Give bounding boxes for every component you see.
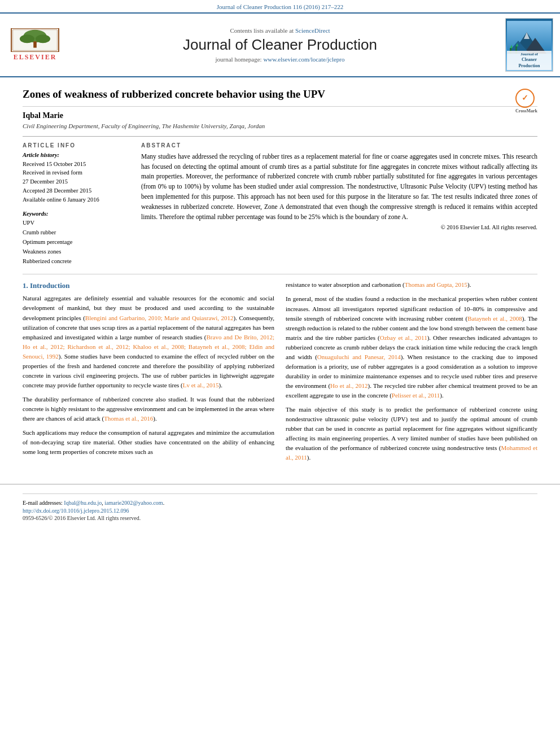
elsevier-tree-icon <box>10 28 60 52</box>
history-label: Article history: <box>23 152 130 158</box>
footnote-area: E-mail addresses: Iqbal@hu.edu.jo, iamar… <box>0 484 560 521</box>
article-content: ✓ CrossMark Zones of weakness of rubberi… <box>0 77 560 478</box>
footnote-divider <box>23 493 537 494</box>
cleaner-production-badge-container: Journal of Cleaner Production <box>491 18 553 72</box>
journal-main-title: Journal of Cleaner Production <box>75 36 485 54</box>
article-title-section: ✓ CrossMark Zones of weakness of rubberi… <box>23 88 537 129</box>
doi-line[interactable]: http://dx.doi.org/10.1016/j.jclepro.2015… <box>23 508 537 514</box>
article-author: Iqbal Marie <box>23 111 537 120</box>
keyword-optimum: Optimum percentage <box>23 238 130 247</box>
history-available: Available online 6 January 2016 <box>23 195 130 204</box>
body-right-column: resistance to water absorption and carbo… <box>286 280 537 467</box>
email-footnote: E-mail addresses: Iqbal@hu.edu.jo, iamar… <box>23 500 537 506</box>
ref-bravo: Bravo and De Brito, 2012; Ho et al., 201… <box>23 334 274 360</box>
svg-rect-4 <box>33 41 37 47</box>
ref-pelisser: Pelisser et al., 2011 <box>392 392 440 399</box>
citation-text: Journal of Cleaner Production 116 (2016)… <box>217 3 343 10</box>
badge-text: Journal of Cleaner Production <box>507 51 552 70</box>
elsevier-image: ELSEVIER <box>7 28 63 62</box>
article-title: ✓ CrossMark Zones of weakness of rubberi… <box>23 88 537 107</box>
body-left-column: 1. Introduction Natural aggregates are d… <box>23 280 274 467</box>
journal-title-area: Contents lists available at ScienceDirec… <box>75 27 485 63</box>
ref-thomas2016: Thomas et al., 2016 <box>104 415 153 422</box>
email-1[interactable]: Iqbal@hu.edu.jo <box>64 500 102 506</box>
cleaner-production-badge: Journal of Cleaner Production <box>505 18 553 72</box>
journal-citation: Journal of Cleaner Production 116 (2016)… <box>0 0 560 14</box>
contents-available-line: Contents lists available at ScienceDirec… <box>75 27 485 34</box>
ref-ozbay: Ozbay et al., 2011 <box>380 334 427 341</box>
badge-journal-of: Journal of <box>508 52 551 57</box>
right-paragraph-2: In general, most of the studies found a … <box>286 294 537 400</box>
keyword-upv: UPV <box>23 219 130 228</box>
crossmark-icon: ✓ <box>515 89 535 108</box>
intro-paragraph-3: Such applications may reduce the consump… <box>23 428 274 457</box>
email-label: E-mail addresses: <box>23 500 63 506</box>
section-divider <box>23 274 537 274</box>
right-paragraph-3: The main objective of this study is to p… <box>286 405 537 462</box>
history-received: Received 15 October 2015 <box>23 160 130 169</box>
article-info-column: ARTICLE INFO Article history: Received 1… <box>23 142 130 267</box>
journal-homepage-line: journal homepage: www.elsevier.com/locat… <box>75 56 485 63</box>
svg-point-2 <box>20 34 34 43</box>
ref-blengini: Blengini and Garbarino, 2010; Marie and … <box>85 314 234 321</box>
intro-paragraph-2: The durability performance of rubberized… <box>23 395 274 423</box>
keyword-weakness: Weakness zones <box>23 247 130 257</box>
badge-cleaner: Cleaner <box>508 57 551 63</box>
article-info-abstract-section: ARTICLE INFO Article history: Received 1… <box>23 136 537 267</box>
elsevier-logo-container: ELSEVIER <box>7 28 69 62</box>
journal-header: ELSEVIER Contents lists available at Sci… <box>0 14 560 77</box>
sciencedirect-link[interactable]: ScienceDirect <box>295 27 330 34</box>
article-affiliation: Civil Engineering Department, Faculty of… <box>23 123 537 129</box>
keywords-section: Keywords: UPV Crumb rubber Optimum perce… <box>23 211 130 266</box>
history-revised: Received in revised form27 December 2015 <box>23 168 130 186</box>
abstract-column: ABSTRACT Many studies have addressed the… <box>141 142 537 267</box>
keywords-label: Keywords: <box>23 211 130 217</box>
badge-image-icon <box>507 21 552 54</box>
badge-production: Production <box>508 63 551 69</box>
homepage-url[interactable]: www.elsevier.com/locate/jclepro <box>263 56 344 63</box>
footer-copyright: 0959-6526/© 2016 Elsevier Ltd. All right… <box>23 515 537 521</box>
article-body: 1. Introduction Natural aggregates are d… <box>23 280 537 473</box>
abstract-text: Many studies have addressed the recyclin… <box>141 152 537 222</box>
email-2[interactable]: iamarie2002@yahoo.com <box>104 500 163 506</box>
crossmark-badge: ✓ CrossMark <box>515 89 537 114</box>
ref-ho2012: Ho et al., 2012 <box>330 382 368 389</box>
svg-point-3 <box>36 34 50 43</box>
crossmark-label: CrossMark <box>515 108 537 114</box>
article-info-heading: ARTICLE INFO <box>23 142 130 148</box>
ref-thomas2015: Thomas and Gupta, 2015 <box>405 281 467 288</box>
keyword-crumb-rubber: Crumb rubber <box>23 228 130 238</box>
keyword-rubberized: Rubberized concrete <box>23 257 130 267</box>
ref-onuaguluchi: Onuaguluchi and Panesar, 2014 <box>317 353 401 360</box>
ref-mohammed: Mohammed et al., 2011 <box>286 444 537 461</box>
intro-section-title: 1. Introduction <box>23 281 274 290</box>
right-paragraph-1: resistance to water absorption and carbo… <box>286 280 537 290</box>
abstract-heading: ABSTRACT <box>141 142 537 148</box>
intro-paragraph-1: Natural aggregates are definitely essent… <box>23 294 274 390</box>
ref-lv: Lv et al., 2015 <box>183 382 219 388</box>
elsevier-brand-label: ELSEVIER <box>14 53 57 62</box>
history-accepted: Accepted 28 December 2015 <box>23 186 130 195</box>
ref-batayneh: Batayneh et al., 2008 <box>467 315 522 322</box>
abstract-copyright: © 2016 Elsevier Ltd. All rights reserved… <box>141 224 537 230</box>
